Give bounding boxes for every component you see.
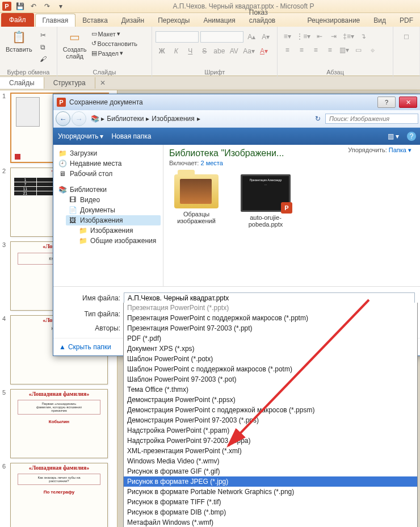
layout-button[interactable]: ▭ Макет ▾ (91, 30, 137, 37)
file-list-area[interactable]: Библиотека "Изображени... Включает: 2 ме… (163, 145, 420, 286)
align-justify-icon[interactable]: ≡ (324, 45, 336, 55)
filetype-option[interactable]: PDF (*.pdf) (124, 333, 417, 344)
filetype-option[interactable]: Рисунок в формате JPEG (*.jpg) (124, 476, 417, 487)
filename-input[interactable] (124, 292, 415, 304)
tree-common-pictures[interactable]: 📁Общие изображения (76, 236, 161, 246)
filetype-option[interactable]: Документ XPS (*.xps) (124, 344, 417, 354)
nav-back-icon[interactable]: ← (56, 111, 70, 126)
tab-insert[interactable]: Вставка (75, 14, 115, 27)
filetype-option[interactable]: Рисунок в формате TIFF (*.tif) (124, 497, 417, 507)
tree-downloads[interactable]: 📁Загрузки (56, 148, 161, 158)
shadow-icon[interactable]: abe (212, 46, 226, 56)
align-left-icon[interactable]: ≡ (281, 45, 293, 55)
cut-icon[interactable]: ✂ (37, 30, 49, 40)
slide-thumbnail[interactable]: «Лошадиная фамилия»Первая «лошадиная»фам… (10, 389, 108, 458)
font-color-icon[interactable]: A▾ (258, 46, 270, 56)
hide-folders-button[interactable]: ▲ Скрыть папки (59, 343, 111, 351)
shrink-font-icon[interactable]: A▾ (259, 32, 272, 42)
filetype-option[interactable]: Шаблон PowerPoint (*.potx) (124, 354, 417, 364)
filetype-option[interactable]: Презентация PowerPoint 97-2003 (*.ppt) (124, 323, 417, 333)
qat-save-icon[interactable]: 💾 (15, 1, 25, 11)
grow-font-icon[interactable]: A▴ (245, 32, 258, 42)
text-direction-icon[interactable]: ↴ (357, 31, 369, 41)
indent-inc-icon[interactable]: ⇥ (327, 31, 340, 41)
new-folder-button[interactable]: Новая папка (111, 132, 151, 140)
outline-pane-tab[interactable]: Структура (44, 77, 95, 89)
filetype-option[interactable]: XML-презентация PowerPoint (*.xml) (124, 446, 417, 456)
filetype-option[interactable]: Метафайл Windows (*.wmf) (124, 517, 417, 527)
filetype-option[interactable]: Презентация PowerPoint с поддержкой макр… (124, 313, 417, 323)
organize-button[interactable]: Упорядочить ▾ (58, 132, 103, 140)
tree-video[interactable]: 🎞Видео (66, 195, 161, 205)
font-name-input[interactable] (156, 31, 199, 43)
format-painter-icon[interactable]: 🖌 (37, 54, 49, 64)
filetype-option[interactable]: Рисунок в формате DIB (*.bmp) (124, 507, 417, 517)
tree-documents[interactable]: 📄Документы (66, 205, 161, 215)
copy-icon[interactable]: ⧉ (37, 42, 49, 52)
tab-pdf[interactable]: PDF (393, 14, 420, 27)
nav-refresh-icon[interactable]: ↻ (312, 114, 324, 124)
bullets-icon[interactable]: ≡▾ (281, 31, 293, 41)
paste-button[interactable]: 📋 Вставить (3, 28, 35, 54)
filetype-option[interactable]: Шаблон PowerPoint с поддержкой макросов … (124, 364, 417, 374)
pane-close-icon[interactable]: ✕ (95, 77, 110, 89)
file-tab[interactable]: Файл (1, 13, 34, 27)
italic-icon[interactable]: К (170, 46, 182, 56)
qat-more-icon[interactable]: ▾ (56, 1, 66, 11)
toolbar-help-icon[interactable]: ? (407, 132, 416, 141)
numbering-icon[interactable]: ⋮≡▾ (295, 31, 312, 41)
font-size-input[interactable] (200, 31, 243, 43)
indent-dec-icon[interactable]: ⇤ (313, 31, 326, 41)
slides-pane-tab[interactable]: Слайды (0, 77, 44, 89)
filetype-option[interactable]: Демонстрация PowerPoint с поддержкой мак… (124, 405, 417, 415)
library-locations-link[interactable]: 2 места (200, 160, 222, 166)
qat-undo-icon[interactable]: ↶ (28, 1, 39, 11)
qat-redo-icon[interactable]: ↷ (42, 1, 52, 11)
tree-pictures-sub[interactable]: 📁Изображения (76, 225, 161, 236)
slide-thumbnail[interactable]: «Лошадиная фамилия»Как знахарь лечил зуб… (10, 463, 108, 527)
shapes-icon[interactable]: ◻ (400, 31, 413, 41)
tab-view[interactable]: Вид (367, 14, 393, 27)
columns-icon[interactable]: ▥▾ (338, 45, 350, 55)
filetype-dropdown[interactable]: Презентация PowerPoint (*.pptx)Презентац… (123, 303, 418, 527)
tree-recent[interactable]: 🕘Недавние места (56, 158, 161, 169)
view-icon[interactable]: ▥ ▾ (388, 132, 399, 140)
tree-desktop[interactable]: 🖥Рабочий стол (56, 169, 161, 179)
bold-icon[interactable]: Ж (156, 46, 168, 56)
filetype-option[interactable]: Надстройка PowerPoint 97-2003 (*.ppa) (124, 436, 417, 446)
tab-design[interactable]: Дизайн (115, 14, 151, 27)
filetype-option[interactable]: Презентация PowerPoint (*.pptx) (124, 303, 417, 313)
search-input[interactable] (325, 114, 418, 124)
strike-icon[interactable]: S (198, 46, 211, 56)
align-center-icon[interactable]: ≡ (295, 45, 308, 55)
file-item[interactable]: Презентация Александр...P auto-orujie-po… (238, 174, 293, 228)
section-button[interactable]: ▤ Раздел ▾ (91, 49, 137, 57)
convert-smartart-icon[interactable]: ⟐ (366, 45, 379, 55)
align-text-icon[interactable]: ▭ (352, 45, 364, 55)
tree-libraries[interactable]: 📚Библиотеки (56, 185, 161, 195)
filetype-option[interactable]: Windows Media Video (*.wmv) (124, 456, 417, 466)
tab-slideshow[interactable]: Показ слайдов (242, 6, 301, 27)
nav-fwd-icon[interactable]: → (72, 111, 86, 126)
underline-icon[interactable]: Ч (184, 46, 196, 56)
sort-link[interactable]: Папка ▾ (389, 147, 411, 153)
tab-review[interactable]: Рецензирование (301, 14, 367, 27)
filetype-option[interactable]: Тема Office (*.thmx) (124, 384, 417, 395)
reset-button[interactable]: ↺ Восстановить (91, 40, 137, 47)
dialog-help-icon[interactable]: ? (377, 97, 396, 108)
breadcrumb[interactable]: 📚 ▸ Библиотеки ▸ Изображения ▸ (87, 114, 204, 124)
new-slide-button[interactable]: ▭ Создать слайд (61, 28, 89, 61)
case-icon[interactable]: Aa▾ (242, 46, 256, 56)
filetype-option[interactable]: Демонстрация PowerPoint 97-2003 (*.pps) (124, 415, 417, 425)
spacing-icon[interactable]: AV (228, 46, 240, 56)
align-right-icon[interactable]: ≡ (309, 45, 322, 55)
filetype-option[interactable]: Рисунок в формате GIF (*.gif) (124, 466, 417, 476)
filetype-option[interactable]: Демонстрация PowerPoint (*.ppsx) (124, 395, 417, 405)
line-spacing-icon[interactable]: ‡≡▾ (342, 31, 355, 41)
tab-animation[interactable]: Анимация (196, 14, 242, 27)
filetype-option[interactable]: Рисунок в формате Portable Network Graph… (124, 487, 417, 497)
filetype-option[interactable]: Надстройка PowerPoint (*.ppam) (124, 425, 417, 436)
tree-pictures[interactable]: 🖼Изображения (66, 215, 161, 225)
folder-tree[interactable]: 📁Загрузки 🕘Недавние места 🖥Рабочий стол … (53, 145, 163, 286)
dialog-close-icon[interactable]: ✕ (399, 97, 417, 108)
